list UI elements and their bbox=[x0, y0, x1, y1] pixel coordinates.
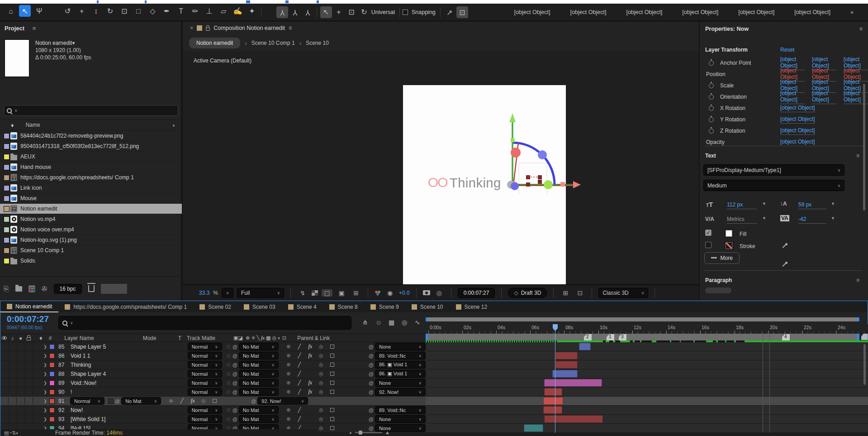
layer-track-lane[interactable] bbox=[426, 360, 868, 369]
matte-pickwhip-icon[interactable]: @ bbox=[232, 362, 237, 368]
tracking-caret[interactable]: ▼ bbox=[831, 216, 835, 220]
timeline-tab-label[interactable]: Scene 9 bbox=[379, 304, 399, 310]
label-color-swatch[interactable] bbox=[4, 216, 9, 222]
search-options-caret[interactable]: ∨ bbox=[70, 321, 73, 325]
zoom-slider-knob[interactable] bbox=[359, 431, 362, 435]
project-tab-label[interactable]: Project bbox=[5, 25, 24, 32]
layer-name[interactable]: Void::Now! bbox=[71, 380, 186, 386]
timeline-zoom-slider[interactable]: ▲ ▲ bbox=[349, 430, 390, 435]
layer-duration-bar[interactable] bbox=[543, 397, 563, 405]
matte-pickwhip-icon[interactable]: @ bbox=[232, 353, 237, 359]
layer-name[interactable]: ! bbox=[71, 389, 186, 395]
solo-cell[interactable] bbox=[17, 398, 25, 405]
lock-icon[interactable] bbox=[206, 28, 210, 31]
track-matte-dropdown[interactable]: No Mat∨ bbox=[239, 361, 279, 369]
3d-transform-gizmo[interactable] bbox=[484, 112, 588, 194]
layer-track-lane[interactable] bbox=[426, 369, 868, 379]
audio-cell[interactable] bbox=[9, 379, 17, 387]
collapse-switch[interactable]: ⊕ bbox=[283, 416, 294, 422]
hand-tool[interactable]: Ψ bbox=[33, 5, 45, 17]
item-name[interactable]: Notion earnedit bbox=[20, 206, 57, 212]
gizmo-scale[interactable]: ⊡ bbox=[346, 6, 357, 18]
timeline-tab[interactable]: × Scene 03 ≡ bbox=[237, 301, 282, 312]
motion-blur-switch[interactable]: ◎ bbox=[316, 416, 327, 422]
property-value[interactable]: [object Object] bbox=[780, 90, 805, 104]
project-list-item[interactable]: ❯ AEUX bbox=[0, 152, 182, 162]
3d-layer-switch[interactable] bbox=[330, 390, 334, 394]
exposure-icon[interactable]: ◉ bbox=[384, 289, 395, 297]
motion-blur-switch[interactable]: ◎ bbox=[316, 380, 327, 386]
layer-color-swatch[interactable] bbox=[49, 344, 55, 350]
layer-color-swatch[interactable] bbox=[49, 417, 55, 422]
mini-flowchart-icon[interactable]: ⋔ bbox=[362, 319, 368, 326]
motion-blur-switch[interactable]: ◎ bbox=[316, 371, 327, 377]
parent-link-dropdown[interactable]: None∨ bbox=[375, 415, 426, 423]
audio-cell[interactable] bbox=[9, 361, 17, 369]
label-color-swatch[interactable] bbox=[4, 196, 9, 201]
shy-icon[interactable]: ☺ bbox=[375, 319, 382, 326]
lock-column-icon[interactable] bbox=[27, 337, 31, 340]
parent-pickwhip-icon[interactable]: @ bbox=[369, 417, 374, 422]
track-matte-dropdown[interactable]: No Mat∨ bbox=[239, 388, 279, 396]
parent-link-dropdown[interactable]: None∨ bbox=[375, 379, 426, 387]
properties-scrollbar[interactable] bbox=[863, 84, 865, 211]
lock-cell[interactable] bbox=[25, 352, 33, 359]
blend-mode-dropdown[interactable]: Normal∨ bbox=[188, 361, 222, 369]
fx-switch[interactable]: fx bbox=[305, 343, 316, 350]
layer-name[interactable]: Shape Layer 4 bbox=[71, 371, 186, 377]
item-name[interactable]: Notion voice over.mp4 bbox=[20, 226, 74, 233]
viewer-area[interactable]: Active Camera (Default) OO Thinking bbox=[183, 51, 699, 284]
local-axis-mode[interactable]: Y bbox=[276, 6, 288, 18]
quality-switch[interactable]: ╱ bbox=[294, 371, 305, 377]
audio-cell[interactable] bbox=[9, 370, 17, 378]
delete-icon[interactable] bbox=[88, 285, 95, 292]
item-name[interactable]: Solids bbox=[20, 258, 35, 264]
layer-row[interactable]: ❯ 88 ★ T # Shape Layer 4 Shape Layer 4 N… bbox=[0, 369, 426, 379]
parent-link-dropdown[interactable]: 92. Now!∨ bbox=[375, 388, 426, 396]
matte-pickwhip-icon[interactable]: @ bbox=[232, 389, 237, 395]
magnification-value[interactable]: 33.3 bbox=[199, 290, 209, 296]
collapse-switch[interactable]: ⊕ bbox=[166, 398, 176, 404]
gizmo-select[interactable]: ↖ bbox=[320, 6, 332, 18]
layer-expander-icon[interactable]: ❯ bbox=[41, 390, 49, 394]
audio-cell[interactable] bbox=[9, 388, 17, 396]
project-list-item[interactable]: ❯ Scene 10 Comp 1 bbox=[0, 245, 182, 256]
layer-duration-bar[interactable] bbox=[555, 361, 578, 369]
composition-marker[interactable]: 4 bbox=[782, 334, 790, 340]
fx-switch[interactable]: fx bbox=[305, 379, 316, 386]
playhead[interactable] bbox=[555, 324, 555, 436]
collapse-switch[interactable]: ⊕ bbox=[283, 407, 294, 413]
stopwatch-icon[interactable] bbox=[709, 95, 714, 100]
quality-switch[interactable]: ╱ bbox=[294, 362, 305, 368]
lock-cell[interactable] bbox=[25, 379, 33, 387]
matte-toggle-cell[interactable] bbox=[108, 398, 114, 404]
composition-tab-title[interactable]: Composition Notion earnedit bbox=[213, 25, 285, 31]
more-workspaces-button[interactable]: » bbox=[840, 9, 863, 15]
kerning-value[interactable]: Metrics bbox=[727, 216, 757, 224]
item-name[interactable]: Link icon bbox=[20, 185, 42, 191]
layer-row[interactable]: ❯ 87 ★ T # Thinking Thinking Normal∨ @ N… bbox=[0, 360, 426, 369]
composition-marker[interactable]: 3 bbox=[619, 334, 626, 340]
matte-toggle-cell[interactable] bbox=[226, 389, 231, 395]
layer-row[interactable]: ❯ 85 ★ T # Shape Layer 5 Shape Layer 5 N… bbox=[0, 342, 426, 351]
matte-toggle-cell[interactable] bbox=[226, 362, 231, 368]
audio-cell[interactable] bbox=[9, 407, 17, 414]
lock-cell[interactable] bbox=[25, 388, 33, 396]
clone-stamp-tool[interactable]: ⊥ bbox=[204, 5, 215, 17]
layer-name[interactable]: Shape Layer 5 bbox=[71, 344, 186, 350]
3d-layer-switch[interactable] bbox=[330, 408, 334, 412]
track-matte-dropdown[interactable]: No Mat∨ bbox=[239, 406, 279, 414]
timeline-tab[interactable]: × Scene 12 ≡ bbox=[450, 301, 494, 312]
layer-row[interactable]: ❯ 92 ★ T # Now! Now! Normal∨ @ No Mat∨ ⊕… bbox=[0, 406, 426, 415]
stopwatch-icon[interactable] bbox=[709, 83, 714, 88]
gizmo-rotate[interactable]: ↻ bbox=[358, 6, 370, 18]
audio-cell[interactable] bbox=[9, 416, 17, 423]
item-name[interactable]: https://docs.google.com/spreadsheets/ Co… bbox=[20, 174, 134, 181]
project-list-item[interactable]: ❯ 9504031471318_cf50f03f2e813ec7728f_512… bbox=[0, 141, 182, 152]
parent-link-dropdown[interactable]: 89. Void::Nc∨ bbox=[375, 406, 426, 414]
layer-color-swatch[interactable] bbox=[49, 362, 55, 368]
layer-expander-icon[interactable]: ❯ bbox=[41, 417, 49, 422]
rectangle-tool[interactable]: □ bbox=[133, 5, 144, 17]
collapse-switch[interactable]: ⊕ bbox=[283, 371, 294, 377]
label-color-swatch[interactable] bbox=[4, 144, 9, 149]
